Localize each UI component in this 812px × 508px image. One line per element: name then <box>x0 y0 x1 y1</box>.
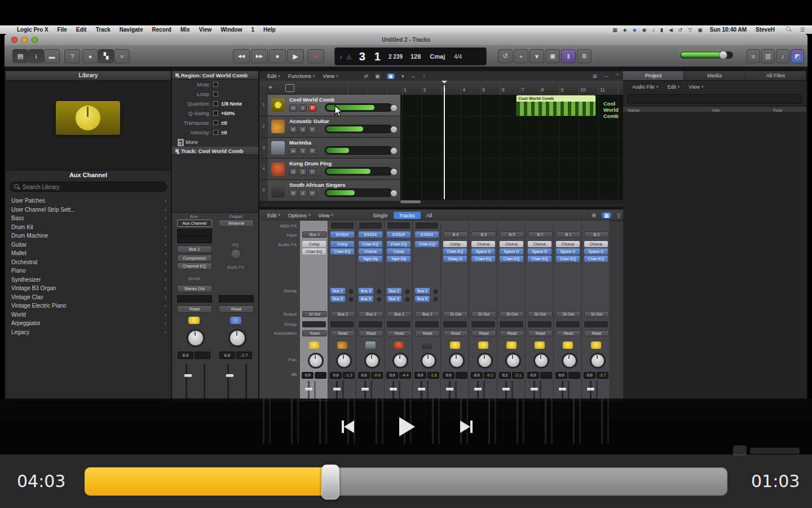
track-row[interactable]: 3 Marimba M S R <box>259 138 623 159</box>
audio-fx-slot[interactable]: Chan EQ <box>584 256 608 262</box>
parameter-checkbox[interactable] <box>213 111 218 116</box>
audio-fx-slot[interactable]: Chan EQ <box>528 256 551 262</box>
menu-edit[interactable]: Edit <box>72 27 91 33</box>
fader-cap[interactable] <box>361 388 369 391</box>
mixer-view-icon[interactable]: ▦ <box>602 212 611 218</box>
track-inspector-header[interactable]: ▶ Track: Cool World Comb <box>172 147 258 155</box>
volume-knob[interactable] <box>719 51 727 59</box>
fader-cap[interactable] <box>587 388 594 391</box>
strip-setting-button[interactable]: Binaural <box>219 220 254 227</box>
audio-fx-slot[interactable]: Chan EQ <box>471 256 495 262</box>
mixer-filter-button[interactable]: Single <box>367 212 393 219</box>
audio-fx-slot[interactable]: Tape Dly <box>387 256 411 262</box>
library-category-item[interactable]: Mallet › <box>6 249 171 258</box>
library-category-item[interactable]: Drum Kit › <box>6 223 171 232</box>
library-toggle-button[interactable]: ▤ <box>12 49 28 63</box>
library-category-item[interactable]: Vintage Electric Piano › <box>6 301 171 310</box>
fader-cap[interactable] <box>305 388 312 391</box>
automation-mode-button[interactable]: Read <box>219 305 254 313</box>
pan-slider-knob[interactable] <box>390 104 398 112</box>
scrollbar-thumb[interactable] <box>400 200 421 203</box>
fader-cap[interactable] <box>502 388 510 391</box>
browser-tab[interactable]: Media <box>684 71 745 80</box>
pan-knob[interactable] <box>336 353 352 369</box>
notification-center-icon[interactable]: ☰ <box>797 27 807 33</box>
region-parameter-row[interactable]: Q-Swing: +50% <box>172 108 258 118</box>
input-slot[interactable]: B 5 <box>500 231 524 238</box>
output-slot[interactable]: Bus 1 <box>330 311 355 317</box>
output-slot[interactable]: St Out <box>302 311 327 317</box>
volume-db-readout[interactable]: 0.0 <box>527 372 539 379</box>
library-category-item[interactable]: Guitar › <box>6 240 171 249</box>
fader-cap[interactable] <box>226 374 233 377</box>
track-lane[interactable] <box>400 116 623 137</box>
send-level-knob[interactable] <box>348 288 354 295</box>
automation-mode-button[interactable]: Read <box>177 305 212 313</box>
input-slot[interactable]: B 7 <box>528 231 553 238</box>
audio-fx-slot[interactable]: Chan EQ <box>556 256 580 262</box>
output-slot[interactable]: St Out <box>500 311 524 317</box>
mixer-view-icon[interactable]: ⊕ <box>592 212 596 218</box>
add-track-button[interactable]: + <box>268 84 272 91</box>
fader-cap[interactable] <box>559 388 566 391</box>
output-slot[interactable]: St Out <box>471 311 496 317</box>
tracks-tool-icon[interactable]: ↔ <box>411 73 416 79</box>
send-slot[interactable]: Bus 5 <box>387 296 401 302</box>
track-header[interactable]: 2 Acoustic Guitar M S R <box>259 116 400 137</box>
library-category-item[interactable]: Drum Machine › <box>6 231 171 240</box>
stop-button[interactable]: ■ <box>269 49 286 63</box>
mixer-channel-strip[interactable]: EXS24 Chan EQ Bus 2 Bus 5 <box>413 221 441 401</box>
volume-db-readout[interactable]: 0.0 <box>219 352 235 359</box>
menu-help[interactable]: Help <box>259 27 280 33</box>
pan-knob[interactable] <box>187 329 205 347</box>
pan-slider-knob[interactable] <box>390 190 398 197</box>
mixer-channel-strip[interactable]: B 2 ChorusSpace DChan EQ St Out Read 0.0 <box>582 221 610 401</box>
menu-user[interactable]: SteveH <box>751 27 779 33</box>
mute-button[interactable]: M <box>289 147 297 155</box>
volume-db-readout[interactable]: 0.0 <box>555 372 567 379</box>
audio-fx-slot[interactable]: Tape Dly <box>359 256 382 262</box>
group-slot[interactable] <box>415 321 439 327</box>
eq-thumbnail2[interactable] <box>177 237 212 243</box>
forward-button[interactable]: ▶▶ <box>251 49 268 63</box>
loops-button[interactable]: ♪ <box>776 49 789 63</box>
audio-fx-slot[interactable]: Comp <box>387 248 411 255</box>
record-button[interactable]: ● <box>307 49 324 63</box>
seek-bar[interactable] <box>85 467 727 496</box>
track-name[interactable]: Marimba <box>289 139 311 146</box>
parameter-checkbox[interactable] <box>213 91 218 97</box>
midi-fx-slot[interactable] <box>387 222 410 229</box>
library-category-item[interactable]: Bass › <box>6 214 171 223</box>
mixer-view-menu[interactable]: View <box>318 212 329 218</box>
track-header[interactable]: 1 Cool World Comb M S R <box>259 95 400 116</box>
audio-fx-slot[interactable]: Chan EQ <box>359 241 382 247</box>
lists-button[interactable]: ≡ <box>747 49 760 63</box>
parameter-checkbox[interactable] <box>213 130 218 135</box>
audio-fx-slot[interactable]: Chan EQ <box>443 248 467 255</box>
status-icon[interactable]: ◆ <box>630 27 639 33</box>
seek-bar-thumb[interactable] <box>321 465 339 500</box>
parameter-checkbox[interactable] <box>213 120 218 125</box>
send-slot[interactable]: Bus 5 <box>415 296 430 302</box>
auto-zoom-icon[interactable]: ⊞ <box>593 73 597 79</box>
library-category-item[interactable]: User Patches › <box>6 196 171 205</box>
audio-fx-slot[interactable]: Space D <box>528 248 551 255</box>
audio-fx-slot[interactable]: Compressor <box>177 255 212 262</box>
audio-fx-slot[interactable]: Chorus <box>556 241 580 247</box>
status-icon[interactable]: ▽ <box>685 27 695 33</box>
group-slot[interactable] <box>177 295 212 303</box>
parameter-checkbox[interactable] <box>213 82 218 87</box>
parameter-value[interactable]: +50% <box>221 110 235 116</box>
send-level-knob[interactable] <box>404 296 411 303</box>
audio-fx-slot[interactable]: Chorus <box>359 248 382 255</box>
audio-fx-slot[interactable]: Chan EQ <box>387 241 411 247</box>
quick-help-button[interactable]: ? <box>64 49 80 63</box>
browser-view-menu[interactable]: View <box>689 84 700 90</box>
mixer-view-icon[interactable]: ▯ <box>617 212 620 218</box>
menu-logic-pro-x[interactable]: Logic Pro X <box>12 27 53 33</box>
midi-fx-slot[interactable] <box>416 222 438 229</box>
automation-mode-button[interactable]: Read <box>528 330 553 336</box>
send-level-knob[interactable] <box>376 288 382 295</box>
track-row[interactable]: 4 Kung Drum Ping M S R <box>259 159 623 180</box>
tracks-tool-icon[interactable]: ⇄ <box>364 73 369 79</box>
